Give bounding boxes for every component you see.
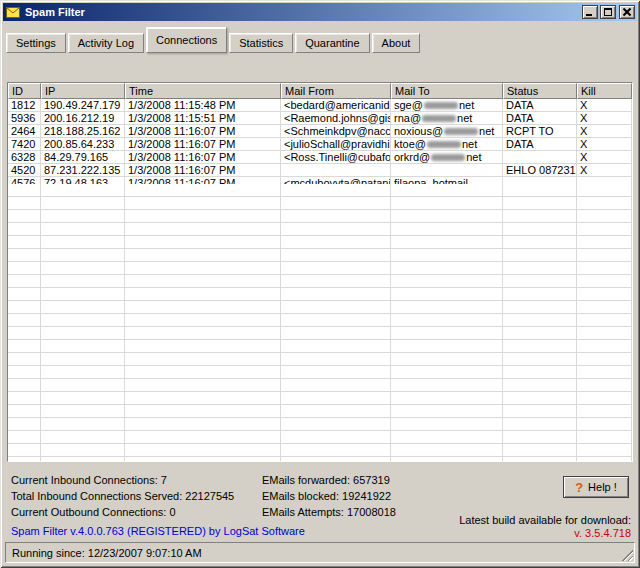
cell-empty xyxy=(8,314,41,327)
cell-empty xyxy=(281,379,391,392)
column-header-kill[interactable]: Kill xyxy=(577,83,632,99)
spam-filter-window: Spam Filter SettingsActivity LogConnecti… xyxy=(0,0,640,568)
redacted-blur xyxy=(444,128,478,135)
cell-kill[interactable]: X xyxy=(577,99,632,112)
cell-empty xyxy=(125,327,281,340)
cell-kill[interactable]: X xyxy=(577,125,632,138)
cell-empty xyxy=(125,340,281,353)
cell-empty xyxy=(125,379,281,392)
cell-empty xyxy=(41,457,125,461)
cell-empty xyxy=(503,340,577,353)
column-header-ip[interactable]: IP xyxy=(41,83,125,99)
cell-empty xyxy=(577,210,632,223)
cell-empty xyxy=(41,262,125,275)
resize-grip-icon[interactable] xyxy=(620,548,633,561)
maximize-button[interactable] xyxy=(600,5,616,19)
cell-empty xyxy=(503,418,577,431)
cell-empty xyxy=(503,210,577,223)
cell-empty xyxy=(503,431,577,444)
cell-time: 1/3/2008 11:16:07 PM xyxy=(125,164,281,177)
cell-empty xyxy=(577,418,632,431)
cell-empty xyxy=(503,301,577,314)
cell-empty xyxy=(8,327,41,340)
column-header-status[interactable]: Status xyxy=(503,83,577,99)
cell-empty xyxy=(125,314,281,327)
tab-connections[interactable]: Connections xyxy=(146,27,227,53)
latest-build-version[interactable]: v. 3.5.4.718 xyxy=(574,527,631,539)
redacted-blur xyxy=(427,141,461,148)
cell-status xyxy=(503,177,577,184)
column-header-mail-to[interactable]: Mail To xyxy=(391,83,503,99)
cell-empty xyxy=(503,249,577,262)
table-row[interactable]: 452087.231.222.1351/3/2008 11:16:07 PMEH… xyxy=(8,164,632,177)
cell-kill[interactable]: X xyxy=(577,164,632,177)
cell-empty xyxy=(8,405,41,418)
cell-empty xyxy=(577,392,632,405)
column-header-time[interactable]: Time xyxy=(125,83,281,99)
table-row[interactable]: 7420200.85.64.2331/3/2008 11:16:07 PM<ju… xyxy=(8,138,632,151)
table-row[interactable]: 632884.29.79.1651/3/2008 11:16:07 PM<Ros… xyxy=(8,151,632,164)
title-bar[interactable]: Spam Filter xyxy=(3,3,637,21)
cell-empty xyxy=(391,210,503,223)
cell-kill[interactable]: X xyxy=(577,138,632,151)
running-since-text: Running since: 12/23/2007 9:07:10 AM xyxy=(12,547,202,559)
table-row-empty xyxy=(8,327,632,340)
cell-empty xyxy=(391,197,503,210)
cell-kill[interactable]: X xyxy=(577,151,632,164)
cell-empty xyxy=(391,340,503,353)
cell-empty xyxy=(281,457,391,461)
question-mark-icon: ? xyxy=(575,480,583,495)
cell-empty xyxy=(41,314,125,327)
app-version-link[interactable]: Spam Filter v.4.0.0.763 (REGISTERED) by … xyxy=(11,525,305,537)
cell-mail-to: noxious@net xyxy=(391,125,503,138)
tab-quarantine[interactable]: Quarantine xyxy=(295,33,369,53)
table-row-empty xyxy=(8,262,632,275)
table-row-empty xyxy=(8,444,632,457)
cell-ip: 200.16.212.19 xyxy=(41,112,125,125)
tab-statistics[interactable]: Statistics xyxy=(229,33,293,53)
cell-empty xyxy=(391,249,503,262)
cell-kill[interactable]: X xyxy=(577,112,632,125)
column-header-mail-from[interactable]: Mail From xyxy=(281,83,391,99)
cell-time: 1/3/2008 11:16:07 PM xyxy=(125,138,281,151)
cell-mail-from: <Raemond.johns@gist... xyxy=(281,112,391,125)
table-row-empty xyxy=(8,275,632,288)
table-row[interactable]: 1812190.49.247.1791/3/2008 11:15:48 PM<b… xyxy=(8,99,632,112)
column-header-id[interactable]: ID xyxy=(8,83,41,99)
help-button[interactable]: ? Help ! xyxy=(563,476,629,498)
cell-empty xyxy=(577,236,632,249)
cell-id: 6328 xyxy=(8,151,41,164)
redacted-blur xyxy=(422,115,456,122)
cell-status: DATA xyxy=(503,138,577,151)
cell-empty xyxy=(391,392,503,405)
stat-emails-forwarded: EMails forwarded: 657319 xyxy=(262,472,396,488)
cell-empty xyxy=(125,405,281,418)
table-row-empty xyxy=(8,301,632,314)
table-row-empty xyxy=(8,418,632,431)
cell-empty xyxy=(125,431,281,444)
cell-empty xyxy=(391,301,503,314)
cell-empty xyxy=(577,405,632,418)
cell-empty xyxy=(125,301,281,314)
cell-empty xyxy=(281,197,391,210)
tab-settings[interactable]: Settings xyxy=(6,33,66,53)
cell-time: 1/3/2008 11:16:07 PM xyxy=(125,177,281,184)
tab-about[interactable]: About xyxy=(372,33,421,53)
table-row-empty xyxy=(8,340,632,353)
cell-ip: 218.188.25.162 xyxy=(41,125,125,138)
cell-status xyxy=(503,151,577,164)
table-row[interactable]: 5936200.16.212.191/3/2008 11:15:51 PM<Ra… xyxy=(8,112,632,125)
table-row-partial[interactable]: 457672.19.48.1631/3/2008 11:16:07 PM<mcd… xyxy=(8,177,632,184)
stat-value: 22127545 xyxy=(185,490,234,502)
table-row-empty xyxy=(8,457,632,461)
cell-empty xyxy=(391,353,503,366)
table-row[interactable]: 2464218.188.25.1621/3/2008 11:16:07 PM<S… xyxy=(8,125,632,138)
tab-activity-log[interactable]: Activity Log xyxy=(68,33,144,53)
cell-empty xyxy=(503,223,577,236)
cell-empty xyxy=(281,340,391,353)
cell-empty xyxy=(8,392,41,405)
table-row-empty xyxy=(8,184,632,197)
close-button[interactable] xyxy=(619,5,635,19)
minimize-button[interactable] xyxy=(582,5,598,19)
cell-empty xyxy=(8,431,41,444)
